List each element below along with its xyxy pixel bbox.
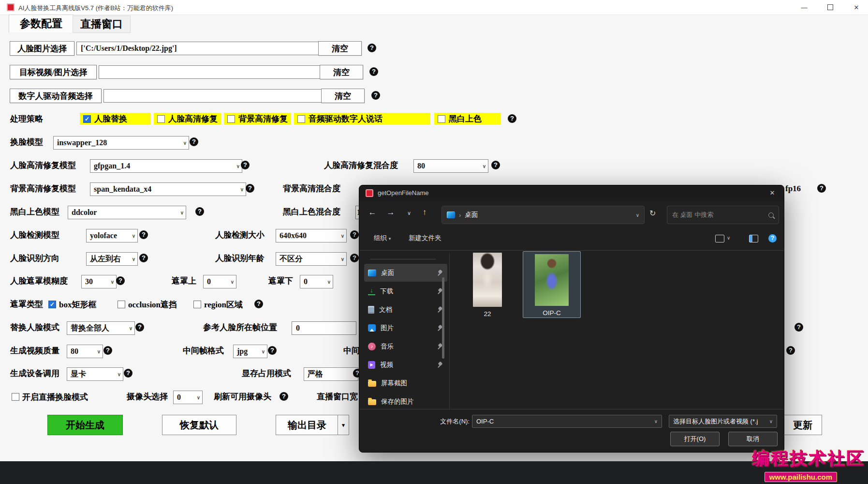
sidebar-item-downloads[interactable]: ↓ 下载: [364, 282, 447, 300]
chevron-down-icon[interactable]: ∨: [727, 235, 730, 241]
clear-audio-button[interactable]: 清空: [321, 89, 365, 103]
sidebar-item-desktop[interactable]: 桌面: [364, 264, 447, 282]
reset-defaults-button[interactable]: 恢复默认: [162, 415, 236, 435]
filetype-combo[interactable]: 选择目标人脸图片或者视频 (*.j∨: [669, 415, 777, 428]
strategy-face-hd-option[interactable]: 人脸高清修复: [154, 113, 221, 125]
det-size-select[interactable]: 640x640∨: [276, 229, 347, 242]
mask-type-region-option[interactable]: region区域: [193, 298, 243, 311]
sidebar-item-music[interactable]: ♪ 音乐: [364, 337, 447, 355]
new-folder-button[interactable]: 新建文件夹: [409, 234, 441, 242]
minimize-button[interactable]: —: [793, 0, 815, 15]
face-restore-select[interactable]: gfpgan_1.4∨: [90, 159, 242, 173]
help-strategy-icon[interactable]: ?: [508, 114, 516, 123]
clear-face-image-button[interactable]: 清空: [318, 41, 362, 56]
face-age-select[interactable]: 不区分∨: [276, 252, 347, 266]
strategy-audio-drive-option[interactable]: 音频驱动数字人说话: [294, 113, 430, 125]
search-box[interactable]: 在 桌面 中搜索: [667, 206, 779, 224]
vram-select[interactable]: 严格∨: [304, 367, 358, 381]
organize-menu[interactable]: 组织 ▾: [374, 234, 391, 242]
mask-type-occlusion-option[interactable]: occlusion遮挡: [118, 298, 177, 311]
strategy-colorize-option[interactable]: 黑白上色: [434, 113, 501, 125]
sidebar-item-screenshots[interactable]: 屏幕截图: [364, 374, 447, 392]
sidebar-item-saved-pictures[interactable]: 保存的图片: [364, 393, 447, 410]
open-button[interactable]: 打开(O): [670, 432, 720, 446]
help-mask-type-icon[interactable]: ?: [254, 300, 263, 308]
filename-combo[interactable]: OIP-C∨: [472, 415, 662, 428]
sidebar-item-videos[interactable]: ▶ 视频: [364, 356, 447, 374]
up-icon[interactable]: ↑: [418, 208, 431, 217]
chevron-down-icon[interactable]: ∨: [636, 212, 639, 218]
help-frame-fmt-icon[interactable]: ?: [268, 346, 277, 355]
help-right-1-icon[interactable]: ?: [794, 323, 803, 332]
help-face-blend-icon[interactable]: ?: [491, 161, 500, 169]
maximize-button[interactable]: [819, 0, 841, 15]
face-blend-select[interactable]: 80∨: [413, 159, 488, 173]
help-audio-icon[interactable]: ?: [371, 91, 380, 100]
view-mode-icon[interactable]: [715, 235, 724, 242]
tab-config[interactable]: 参数配置: [9, 15, 74, 32]
bg-restore-select[interactable]: span_kendata_x4∨: [90, 182, 246, 196]
back-icon[interactable]: ←: [366, 208, 379, 217]
forward-icon[interactable]: →: [384, 208, 397, 217]
camera-select[interactable]: 0∨: [173, 391, 203, 404]
audio-path-input[interactable]: [103, 89, 323, 103]
cancel-button[interactable]: 取消: [728, 432, 778, 446]
file-item-22[interactable]: 22: [465, 252, 510, 318]
sidebar-item-pictures[interactable]: 图片: [364, 319, 447, 337]
help-swap-mode-icon[interactable]: ?: [135, 323, 144, 332]
det-model-select[interactable]: yoloface∨: [86, 229, 138, 242]
dialog-help-icon[interactable]: ?: [768, 234, 777, 242]
help-face-image-icon[interactable]: ?: [368, 44, 376, 52]
help-det-size-icon[interactable]: ?: [350, 230, 359, 239]
sidebar-item-documents[interactable]: 文档: [364, 301, 447, 318]
swap-mode-select[interactable]: 替换全部人∨: [67, 321, 135, 335]
help-bg-restore-icon[interactable]: ?: [246, 184, 254, 193]
mask-blur-select[interactable]: 30∨: [81, 275, 117, 288]
live-mode-option[interactable]: 开启直播换脸模式: [12, 391, 88, 403]
output-dir-dropdown[interactable]: ▾: [338, 415, 349, 435]
target-video-select-button[interactable]: 目标视频/图片选择: [10, 65, 97, 79]
recent-locations-icon[interactable]: ∨: [403, 210, 415, 216]
strategy-bg-hd-option[interactable]: 背景高清修复: [224, 113, 291, 125]
frame-fmt-select[interactable]: jpg∨: [233, 345, 267, 358]
dialog-close-button[interactable]: ✕: [765, 188, 779, 198]
clear-target-video-button[interactable]: 清空: [320, 65, 363, 79]
help-colorize-icon[interactable]: ?: [195, 207, 204, 216]
face-image-select-button[interactable]: 人脸图片选择: [10, 41, 74, 56]
face-image-path-input[interactable]: ['C:/Users/1/Desktop/22.jpg']: [76, 42, 324, 55]
audio-select-button[interactable]: 数字人驱动音频选择: [10, 89, 102, 103]
help-det-model-icon[interactable]: ?: [139, 230, 148, 239]
help-device-icon[interactable]: ?: [124, 369, 132, 378]
tab-live[interactable]: 直播窗口: [73, 15, 131, 33]
target-video-path-input[interactable]: [99, 65, 323, 79]
output-dir-button[interactable]: 输出目录: [276, 415, 338, 435]
help-target-video-icon[interactable]: ?: [369, 67, 378, 76]
mask-bottom-select[interactable]: 0∨: [300, 275, 333, 288]
device-select[interactable]: 显卡∨: [67, 367, 123, 381]
mask-type-box-option[interactable]: ✓ box矩形框: [48, 298, 96, 311]
refresh-camera-button[interactable]: 刷新可用摄像头: [214, 390, 271, 404]
help-right-2-icon[interactable]: ?: [786, 346, 795, 355]
help-face-dir-icon[interactable]: ?: [139, 254, 148, 262]
ref-frame-input[interactable]: 0: [292, 321, 356, 335]
file-item-oip-c[interactable]: OIP-C: [523, 251, 581, 318]
swap-model-select[interactable]: inswapper_128∨: [53, 136, 189, 150]
help-swap-model-icon[interactable]: ?: [190, 137, 198, 146]
sidebar-scrollbar[interactable]: [442, 277, 444, 359]
help-camera-icon[interactable]: ?: [280, 392, 288, 401]
mask-top-select[interactable]: 0∨: [203, 275, 236, 288]
close-button[interactable]: ✕: [845, 0, 868, 15]
help-face-restore-icon[interactable]: ?: [241, 161, 250, 169]
help-fp16-icon[interactable]: ?: [817, 184, 826, 193]
face-dir-select[interactable]: 从左到右∨: [86, 252, 138, 266]
strategy-face-swap-option[interactable]: ✓ 人脸替换: [80, 113, 150, 125]
update-button-partial[interactable]: 更新: [783, 415, 822, 435]
help-quality-icon[interactable]: ?: [103, 346, 112, 355]
colorize-model-select[interactable]: ddcolor∨: [68, 206, 186, 219]
start-generate-button[interactable]: 开始生成: [47, 415, 123, 435]
refresh-icon[interactable]: ↻: [649, 209, 656, 218]
help-mask-blur-icon[interactable]: ?: [116, 276, 125, 285]
breadcrumb[interactable]: 桌面: [465, 211, 478, 219]
preview-pane-icon[interactable]: [749, 235, 758, 242]
help-face-age-icon[interactable]: ?: [350, 254, 359, 262]
